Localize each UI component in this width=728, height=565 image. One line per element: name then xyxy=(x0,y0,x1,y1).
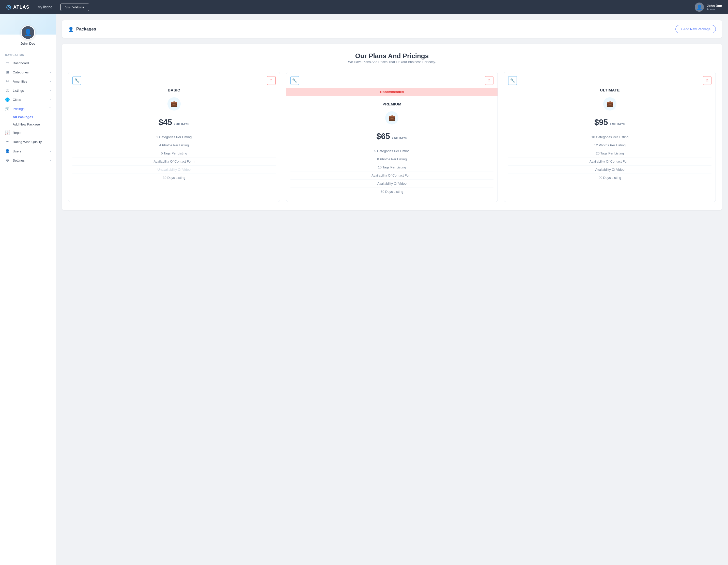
user-info: John Doe Admin xyxy=(707,4,722,11)
users-icon: 👤 xyxy=(5,149,10,153)
basic-feature-2: 4 Photos Per Listing xyxy=(72,141,276,149)
premium-feature-1: 5 Categories Per Listing xyxy=(290,147,494,155)
basic-feature-4: Availability Of Contact Form xyxy=(72,158,276,166)
basic-package-name: BASIC xyxy=(68,85,280,94)
delete-basic-button[interactable]: 🗑 xyxy=(267,76,276,85)
sidebar-item-settings[interactable]: ⚙ Settings › xyxy=(0,156,56,165)
amenities-icon: ✂ xyxy=(5,79,10,84)
sidebar-item-label: Amenities xyxy=(13,80,27,83)
sidebar-item-report[interactable]: 📈 Report xyxy=(0,128,56,137)
sidebar-item-categories[interactable]: ⊞ Categories › xyxy=(0,68,56,77)
main-content: 👤 Packages + Add New Package Our Plans A… xyxy=(56,14,728,565)
logo-text: ATLAS xyxy=(13,5,29,10)
edit-ultimate-button[interactable]: 🔧 xyxy=(508,76,517,85)
sidebar-item-pricings[interactable]: 🛒 Pricings ˅ xyxy=(0,104,56,113)
sidebar-item-label: Listings xyxy=(13,89,24,92)
visit-website-button[interactable]: Visit Website xyxy=(60,4,89,11)
page-title: Packages xyxy=(76,27,96,32)
pkg-card-top-ultimate: 🔧 🗑 xyxy=(504,72,716,85)
sidebar-item-label: Categories xyxy=(13,70,29,74)
edit-basic-button[interactable]: 🔧 xyxy=(72,76,81,85)
packages-section: Our Plans And Pricings We Have Plans And… xyxy=(62,44,722,210)
user-section: 👤 John Doe Admin xyxy=(695,3,722,12)
ultimate-feature-4: Availability Of Contact Form xyxy=(508,158,711,166)
sidebar-item-label: Users xyxy=(13,149,21,153)
premium-package-name: PREMIUM xyxy=(286,99,498,108)
premium-price-amount: $65 xyxy=(377,132,390,141)
sidebar-item-label: Rating Wise Quality xyxy=(13,140,42,144)
package-card-premium: 🔧 🗑 Recommended PREMIUM 💼 $65 / 60 DAYS … xyxy=(286,72,498,202)
ultimate-icon-wrap: 💼 xyxy=(504,97,716,111)
ultimate-feature-2: 12 Photos Per Listing xyxy=(508,141,711,149)
my-listing-link[interactable]: My listing xyxy=(38,5,52,9)
report-icon: 📈 xyxy=(5,130,10,135)
pkg-card-top-premium: 🔧 🗑 xyxy=(286,72,498,85)
sidebar-item-label: Cities xyxy=(13,98,21,102)
premium-feature-6: 60 Days Listing xyxy=(290,188,494,196)
recommended-badge: Recommended xyxy=(286,88,498,96)
edit-premium-button[interactable]: 🔧 xyxy=(290,76,299,85)
basic-feature-6: 30 Days Listing xyxy=(72,174,276,182)
premium-icon-circle: 💼 xyxy=(385,111,398,124)
chevron-right-icon: › xyxy=(50,89,51,92)
sidebar-item-label: Dashboard xyxy=(13,61,29,65)
nav-section-label: NAVIGATION xyxy=(0,50,56,58)
listings-icon: ◎ xyxy=(5,88,10,93)
sidebar-item-label: Report xyxy=(13,131,23,135)
chevron-right-icon: › xyxy=(50,98,51,101)
basic-icon-wrap: 💼 xyxy=(68,97,280,111)
sidebar-item-listings[interactable]: ◎ Listings › xyxy=(0,86,56,95)
dashboard-icon: ▭ xyxy=(5,61,10,65)
ultimate-feature-3: 20 Tags Per Listing xyxy=(508,149,711,158)
profile-avatar: 👤 xyxy=(21,25,35,40)
premium-price-period: / 60 DAYS xyxy=(392,136,407,139)
pricings-submenu: All Packages Add New Package xyxy=(0,113,56,128)
sidebar-item-dashboard[interactable]: ▭ Dashboard xyxy=(0,58,56,68)
ultimate-price: $95 / 90 DAYS xyxy=(504,114,716,128)
ultimate-features: 10 Categories Per Listing 12 Photos Per … xyxy=(504,133,716,182)
rating-icon: 〜 xyxy=(5,139,10,144)
sidebar-item-amenities[interactable]: ✂ Amenities › xyxy=(0,77,56,86)
premium-feature-4: Availability Of Contact Form xyxy=(290,171,494,180)
page-header-left: 👤 Packages xyxy=(68,26,96,32)
user-name: John Doe xyxy=(707,4,722,8)
delete-premium-button[interactable]: 🗑 xyxy=(485,76,493,85)
chevron-right-icon: › xyxy=(50,150,51,153)
chevron-right-icon: › xyxy=(50,80,51,83)
user-role: Admin xyxy=(707,8,722,11)
basic-feature-3: 5 Tags Per Listing xyxy=(72,149,276,158)
packages-title: Our Plans And Pricings xyxy=(68,52,716,60)
profile-name: John Doe xyxy=(20,42,35,45)
sidebar-item-cities[interactable]: 🌐 Cities › xyxy=(0,95,56,104)
ultimate-icon-circle: 💼 xyxy=(603,97,616,111)
package-card-basic: 🔧 🗑 BASIC 💼 $45 / 30 DAYS 2 Categories P… xyxy=(68,72,280,202)
ultimate-feature-6: 90 Days Listing xyxy=(508,174,711,182)
sidebar-item-add-new-package[interactable]: Add New Package xyxy=(13,121,56,128)
sidebar-item-label: Settings xyxy=(13,159,25,162)
sidebar-item-all-packages[interactable]: All Packages xyxy=(13,113,56,121)
package-card-ultimate: 🔧 🗑 ULTIMATE 💼 $95 / 90 DAYS 10 Categori… xyxy=(504,72,716,202)
sidebar-item-rating[interactable]: 〜 Rating Wise Quality xyxy=(0,137,56,147)
basic-price-period: / 30 DAYS xyxy=(174,122,190,125)
top-navigation: ◎ ATLAS My listing Visit Website 👤 John … xyxy=(0,0,728,14)
premium-features: 5 Categories Per Listing 8 Photos Per Li… xyxy=(286,147,498,196)
categories-icon: ⊞ xyxy=(5,70,10,74)
add-new-package-button[interactable]: + Add New Package xyxy=(675,25,716,33)
avatar: 👤 xyxy=(695,3,704,12)
basic-feature-5: Unavailability Of Video xyxy=(72,166,276,174)
ultimate-price-period: / 90 DAYS xyxy=(610,122,625,125)
basic-price-amount: $45 xyxy=(159,118,172,127)
settings-icon: ⚙ xyxy=(5,158,10,163)
chevron-right-icon: › xyxy=(50,159,51,162)
packages-icon: 👤 xyxy=(68,26,74,32)
delete-ultimate-button[interactable]: 🗑 xyxy=(703,76,711,85)
sidebar: 👤 John Doe NAVIGATION ▭ Dashboard ⊞ Cate… xyxy=(0,14,56,565)
sidebar-item-label: Pricings xyxy=(13,107,24,111)
basic-icon-circle: 💼 xyxy=(167,97,181,111)
sidebar-profile: 👤 John Doe xyxy=(0,19,56,50)
packages-subtitle: We Have Plans And Prices That Fit Your B… xyxy=(68,60,716,64)
basic-feature-1: 2 Categories Per Listing xyxy=(72,133,276,141)
sidebar-item-users[interactable]: 👤 Users › xyxy=(0,147,56,156)
premium-feature-3: 10 Tags Per Listing xyxy=(290,163,494,171)
premium-price: $65 / 60 DAYS xyxy=(286,128,498,142)
